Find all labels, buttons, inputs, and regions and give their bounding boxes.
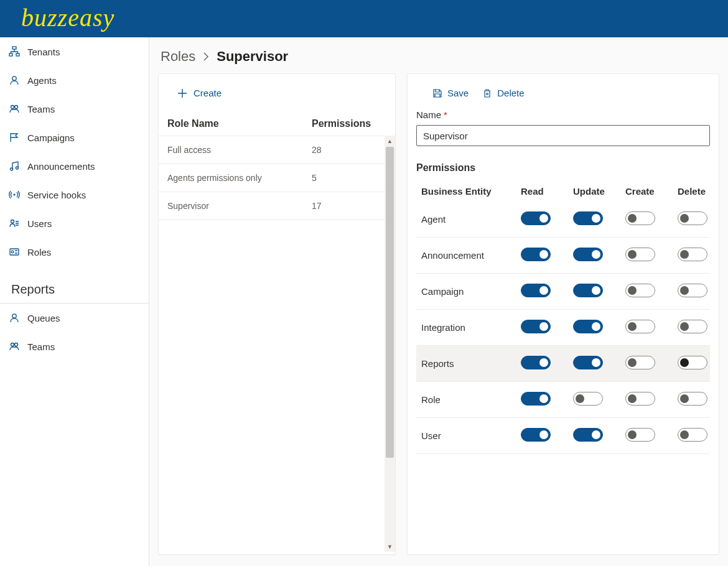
scroll-up-icon[interactable]: ▲	[385, 136, 395, 146]
entity-name: Reports	[421, 358, 521, 369]
permissions-title: Permissions	[416, 162, 710, 174]
team-icon	[9, 341, 20, 352]
sidebar-section-reports: Reports	[0, 271, 149, 304]
nav-label: Campaigns	[27, 132, 75, 143]
column-read: Read	[521, 186, 573, 197]
agent-icon	[9, 312, 20, 323]
permission-toggle[interactable]	[678, 428, 707, 442]
permission-toggle[interactable]	[625, 211, 655, 225]
permission-toggle[interactable]	[521, 392, 551, 406]
permission-toggle[interactable]	[625, 320, 655, 333]
top-bar: buzzeasy	[0, 0, 728, 37]
permission-toggle[interactable]	[521, 248, 551, 261]
permission-toggle[interactable]	[521, 211, 551, 225]
permission-toggle[interactable]	[625, 428, 655, 442]
permission-toggle[interactable]	[573, 320, 603, 333]
permission-toggle[interactable]	[678, 211, 707, 225]
main-area: Roles Supervisor Create Role Name Permi	[149, 37, 728, 566]
permission-toggle[interactable]	[625, 356, 655, 369]
permission-toggle[interactable]	[573, 248, 603, 261]
permission-toggle[interactable]	[678, 248, 707, 261]
permission-toggle[interactable]	[521, 428, 551, 442]
breadcrumb: Roles Supervisor	[158, 49, 719, 73]
svg-point-6	[11, 168, 13, 170]
role-name: Full access	[167, 145, 312, 155]
entity-name: User	[421, 430, 521, 441]
team-icon	[9, 103, 20, 114]
role-icon	[9, 246, 20, 257]
save-button[interactable]: Save	[432, 88, 469, 98]
svg-point-5	[15, 106, 18, 109]
sidebar-report-item-queues[interactable]: Queues	[0, 304, 149, 332]
column-update: Update	[573, 186, 625, 197]
music-icon	[9, 160, 20, 172]
permission-toggle[interactable]	[678, 320, 707, 333]
chevron-right-icon	[203, 52, 209, 61]
permission-toggle[interactable]	[678, 356, 707, 369]
column-create: Create	[625, 186, 678, 197]
svg-rect-2	[16, 53, 19, 56]
agent-icon	[9, 75, 20, 86]
permission-toggle[interactable]	[521, 320, 551, 333]
sidebar-report-item-teams[interactable]: Teams	[0, 332, 149, 361]
sidebar-item-campaigns[interactable]: Campaigns	[0, 123, 149, 152]
role-name: Supervisor	[167, 201, 312, 211]
sidebar-item-service-hooks[interactable]: Service hooks	[0, 180, 149, 209]
nav-label: Teams	[27, 341, 55, 352]
entity-name: Announcement	[421, 250, 521, 261]
create-button[interactable]: Create	[159, 74, 395, 112]
permission-toggle[interactable]	[625, 248, 655, 261]
nav-label: Users	[27, 218, 52, 229]
flag-icon	[9, 132, 20, 143]
svg-point-14	[15, 343, 18, 346]
permission-row: Integration	[416, 310, 710, 346]
delete-button[interactable]: Delete	[482, 88, 524, 98]
scroll-thumb[interactable]	[386, 147, 394, 458]
column-entity: Business Entity	[421, 186, 521, 197]
permission-toggle[interactable]	[573, 284, 603, 297]
role-row[interactable]: Agents permissions only5	[159, 164, 395, 192]
permission-toggle[interactable]	[678, 284, 707, 297]
role-name: Agents permissions only	[167, 173, 312, 183]
svg-point-4	[11, 106, 14, 109]
sidebar-item-agents[interactable]: Agents	[0, 66, 149, 95]
sidebar-item-roles[interactable]: Roles	[0, 238, 149, 266]
role-row[interactable]: Supervisor17	[159, 192, 395, 220]
permission-toggle[interactable]	[625, 284, 655, 297]
permission-row: Role	[416, 382, 710, 418]
broadcast-icon	[9, 189, 20, 200]
users-icon	[9, 218, 20, 229]
roles-scrollbar[interactable]: ▲ ▼	[385, 136, 395, 552]
sitemap-icon	[9, 46, 20, 57]
permission-toggle[interactable]	[573, 392, 603, 406]
column-permissions: Permissions	[312, 118, 386, 129]
breadcrumb-root[interactable]: Roles	[161, 49, 195, 65]
role-row[interactable]: Full access28	[159, 136, 395, 164]
permission-toggle[interactable]	[625, 392, 655, 406]
scroll-down-icon[interactable]: ▼	[385, 541, 395, 552]
permission-toggle[interactable]	[573, 211, 603, 225]
sidebar-item-tenants[interactable]: Tenants	[0, 37, 149, 66]
entity-name: Integration	[421, 322, 521, 333]
svg-point-13	[11, 343, 14, 346]
permission-row: Reports	[416, 346, 710, 382]
permission-row: Campaign	[416, 274, 710, 310]
sidebar-item-users[interactable]: Users	[0, 209, 149, 238]
permission-toggle[interactable]	[521, 284, 551, 297]
permission-toggle[interactable]	[573, 428, 603, 442]
column-role-name: Role Name	[167, 118, 312, 129]
nav-label: Announcements	[27, 161, 95, 172]
permission-toggle[interactable]	[678, 392, 707, 406]
save-label: Save	[447, 88, 469, 98]
name-input[interactable]	[416, 125, 710, 146]
plus-icon	[177, 88, 187, 98]
permission-toggle[interactable]	[521, 356, 551, 369]
entity-name: Agent	[421, 214, 521, 225]
roles-list-panel: Create Role Name Permissions Full access…	[158, 73, 396, 555]
permission-toggle[interactable]	[573, 356, 603, 369]
nav-label: Tenants	[27, 47, 60, 57]
role-perm-count: 17	[312, 201, 386, 211]
sidebar-item-teams[interactable]: Teams	[0, 95, 149, 123]
sidebar-item-announcements[interactable]: Announcements	[0, 152, 149, 180]
permission-row: Agent	[416, 202, 710, 238]
